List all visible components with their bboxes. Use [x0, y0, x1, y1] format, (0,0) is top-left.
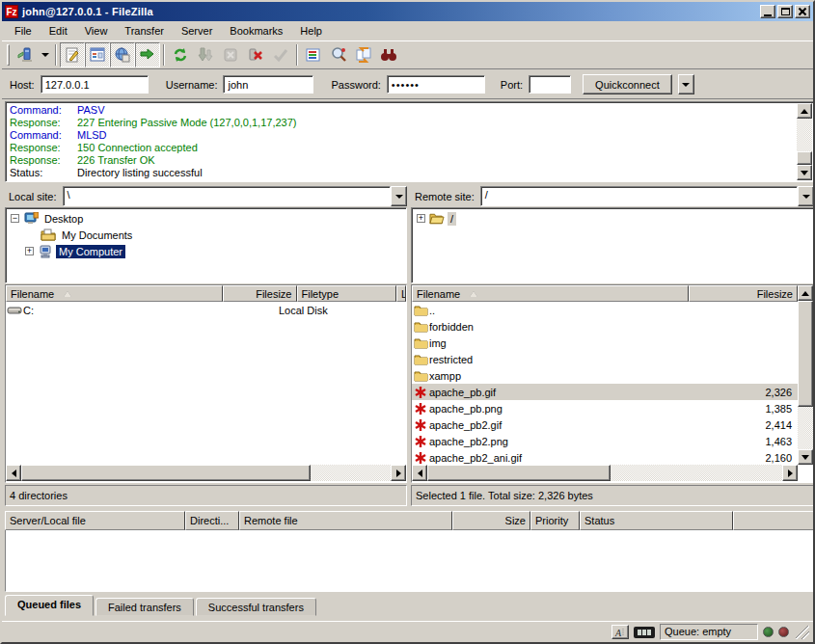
message-log-icon [64, 46, 81, 64]
remote-site-value[interactable]: / [480, 186, 798, 206]
process-queue-button[interactable] [193, 42, 218, 67]
column-size[interactable]: Size [452, 511, 530, 530]
site-manager-dropdown[interactable] [38, 42, 52, 67]
menu-help[interactable]: Help [291, 23, 331, 39]
tab-failed-transfers[interactable]: Failed transfers [95, 598, 194, 616]
menu-bookmarks[interactable]: Bookmarks [221, 23, 291, 39]
file-row[interactable]: forbidden [412, 318, 798, 335]
queue-list[interactable] [5, 530, 814, 592]
file-row-selected[interactable]: apache_pb.gif 2,326 [412, 384, 798, 400]
file-row[interactable]: apache_pb2_ani.gif 2,160 [412, 449, 798, 465]
remote-vscrollbar[interactable] [798, 285, 813, 465]
tree-item-my-documents[interactable]: My Documents [6, 227, 406, 243]
menu-edit[interactable]: Edit [41, 23, 76, 39]
log-scrollbar[interactable] [797, 103, 812, 180]
scroll-thumb[interactable] [21, 465, 311, 481]
refresh-button[interactable] [168, 42, 193, 67]
synchronized-browsing-button[interactable] [351, 42, 376, 67]
toggle-local-treeview-button[interactable] [85, 42, 110, 67]
scroll-left-button[interactable] [6, 465, 21, 481]
tree-item-my-computer[interactable]: + My Computer [6, 243, 406, 259]
column-filetype[interactable]: Filetype [297, 285, 397, 302]
local-site-combobox[interactable]: \ [63, 186, 407, 206]
quickconnect-button[interactable]: Quickconnect [583, 74, 672, 94]
cancel-operation-button[interactable] [218, 42, 243, 67]
column-filename[interactable]: Filename [412, 285, 689, 302]
toggle-transfer-queue-button[interactable] [135, 42, 160, 67]
scroll-left-button[interactable] [412, 465, 427, 481]
image-file-icon [412, 451, 429, 465]
column-last-modified[interactable]: L [396, 285, 406, 302]
folder-icon [412, 305, 429, 316]
file-row[interactable]: apache_pb2.png 1,463 [412, 433, 798, 449]
local-site-dropdown[interactable] [391, 186, 407, 206]
process-queue-icon [197, 46, 214, 64]
transfer-type-icon[interactable]: A [611, 625, 629, 639]
column-direction[interactable]: Directi... [185, 511, 239, 530]
column-remote-file[interactable]: Remote file [239, 511, 452, 530]
password-input[interactable] [387, 75, 485, 94]
file-row[interactable]: .. [412, 302, 798, 318]
tree-item-desktop[interactable]: − Desktop [6, 210, 406, 227]
scroll-up-button[interactable] [798, 285, 813, 301]
local-hscrollbar[interactable] [6, 465, 406, 481]
reconnect-button[interactable] [268, 42, 293, 67]
message-log: Command:PASV Response:227 Entering Passi… [5, 101, 814, 182]
scroll-thumb[interactable] [797, 151, 812, 165]
tree-item-root[interactable]: + / [412, 210, 813, 227]
remote-site-combobox[interactable]: / [480, 186, 814, 206]
toggle-message-log-button[interactable] [60, 42, 85, 67]
file-row[interactable]: C: Local Disk [6, 302, 406, 318]
file-row[interactable]: restricted [412, 351, 798, 367]
scroll-right-button[interactable] [391, 465, 406, 481]
menu-server[interactable]: Server [173, 23, 221, 39]
remote-list-header: Filename Filesize [412, 285, 813, 302]
column-status[interactable]: Status [580, 511, 733, 530]
disconnect-button[interactable] [243, 42, 268, 67]
quickconnect-dropdown[interactable] [678, 74, 694, 94]
expand-icon[interactable]: + [417, 214, 425, 223]
resize-grip[interactable] [796, 626, 809, 639]
column-server-local-file[interactable]: Server/Local file [5, 511, 185, 530]
collapse-icon[interactable]: − [11, 214, 19, 223]
compare-directories-button[interactable] [326, 42, 351, 67]
scroll-up-button[interactable] [797, 103, 812, 119]
remote-hscrollbar[interactable] [412, 465, 798, 481]
title-bar[interactable]: Fz john@127.0.0.1 - FileZilla [2, 2, 813, 21]
speed-limit-icon[interactable] [634, 627, 655, 638]
host-input[interactable] [41, 75, 149, 94]
file-row[interactable]: apache_pb.png 1,385 [412, 400, 798, 416]
toolbar-grip[interactable] [7, 44, 10, 66]
scroll-down-button[interactable] [798, 449, 813, 465]
tab-queued-files[interactable]: Queued files [5, 595, 94, 616]
column-filesize[interactable]: Filesize [223, 285, 297, 302]
scroll-thumb[interactable] [427, 465, 611, 481]
column-priority[interactable]: Priority [530, 511, 580, 530]
file-row[interactable]: img [412, 335, 798, 351]
username-input[interactable] [223, 75, 313, 94]
scroll-right-button[interactable] [782, 465, 798, 481]
column-filesize[interactable]: Filesize [689, 285, 798, 302]
menu-file[interactable]: File [6, 23, 41, 39]
file-row[interactable]: xampp [412, 367, 798, 384]
scroll-thumb[interactable] [798, 301, 813, 407]
port-input[interactable] [529, 75, 571, 94]
toggle-remote-treeview-button[interactable] [110, 42, 135, 67]
site-manager-button[interactable] [13, 42, 38, 67]
minimize-button[interactable] [760, 5, 775, 18]
directory-filters-button[interactable] [301, 42, 326, 67]
menu-transfer[interactable]: Transfer [116, 23, 173, 39]
find-files-button[interactable] [376, 42, 401, 67]
tab-successful-transfers[interactable]: Successful transfers [196, 598, 316, 616]
file-row[interactable]: apache_pb2.gif 2,414 [412, 416, 798, 433]
maximize-button[interactable] [777, 5, 793, 18]
image-file-icon [412, 386, 429, 399]
menu-view[interactable]: View [76, 23, 117, 39]
scroll-down-button[interactable] [797, 165, 812, 180]
sort-ascending-icon [64, 291, 71, 297]
column-filename[interactable]: Filename [6, 285, 223, 302]
expand-icon[interactable]: + [25, 247, 34, 255]
remote-site-dropdown[interactable] [798, 186, 814, 206]
close-button[interactable] [795, 5, 810, 18]
local-site-value[interactable]: \ [63, 186, 391, 206]
